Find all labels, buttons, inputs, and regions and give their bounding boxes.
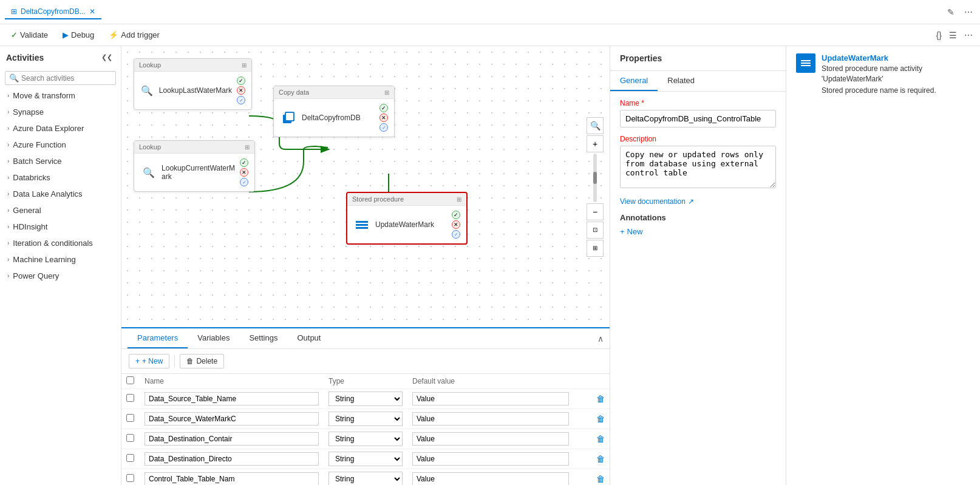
param-name-input[interactable]	[145, 472, 319, 485]
node-body-copy: DeltaCopyfromDB ✓ ✕ ✓	[274, 99, 394, 137]
param-type-select[interactable]: String Int Bool Array	[328, 412, 403, 426]
delete-row-button[interactable]: 🗑	[596, 394, 605, 404]
row-checkbox[interactable]	[126, 454, 134, 462]
tab-general[interactable]: General	[610, 71, 658, 91]
delete-row-button[interactable]: 🗑	[596, 414, 605, 424]
param-type-select[interactable]: String Int Bool Array	[328, 432, 403, 446]
tab-delta[interactable]: ⊞ DeltaCopyfromDB... ✕	[5, 5, 101, 19]
sidebar-item-hdinsight[interactable]: › HDInsight	[0, 219, 121, 235]
grid-view-btn[interactable]: ⊞	[587, 240, 604, 257]
param-name-input[interactable]	[145, 452, 319, 466]
annotations-section: Annotations + New	[620, 213, 776, 236]
node-stored-proc[interactable]: Stored procedure ⊞ UpdateWaterMark	[346, 192, 468, 245]
delete-row-button[interactable]: 🗑	[596, 474, 605, 484]
table-row: String Int Bool Array 🗑	[121, 469, 610, 486]
tab-settings[interactable]: Settings	[239, 328, 287, 348]
more-icon[interactable]: ⋯	[962, 5, 975, 19]
table-icon[interactable]: ☰	[947, 28, 959, 42]
sidebar-item-synapse[interactable]: › Synapse	[0, 104, 121, 120]
tab-parameters[interactable]: Parameters	[128, 328, 188, 348]
row-checkbox[interactable]	[126, 434, 134, 442]
sidebar-title: Activities	[6, 53, 44, 63]
row-checkbox[interactable]	[126, 474, 134, 482]
add-annotation-button[interactable]: + New	[620, 227, 643, 236]
node-title-lookup1: LookupLastWaterMark	[159, 86, 232, 95]
sidebar-item-label: Azure Function	[13, 140, 66, 149]
node-lookup2[interactable]: Lookup ⊞ 🔍 LookupCurrentWaterMark ✓ ✕ ✓	[134, 140, 255, 192]
sidebar-item-general[interactable]: › General	[0, 202, 121, 219]
node-header-icons: ⊞	[245, 144, 250, 151]
validate-button[interactable]: ✓ Validate	[5, 28, 54, 42]
node-header-stored: Stored procedure ⊞	[347, 193, 466, 206]
sidebar-item-move-transform[interactable]: › Move & transform	[0, 87, 121, 104]
param-name-input[interactable]	[145, 412, 319, 426]
sidebar-item-data-lake-analytics[interactable]: › Data Lake Analytics	[0, 186, 121, 202]
sidebar-item-power-query[interactable]: › Power Query	[0, 268, 121, 284]
top-bar-right: ✎ ⋯	[945, 5, 975, 19]
delete-row-button[interactable]: 🗑	[596, 454, 605, 464]
status-success: ✓	[237, 76, 245, 85]
param-type-select[interactable]: String Int Bool Array	[328, 452, 403, 466]
zoom-slider[interactable]	[593, 154, 597, 202]
status-skip2: ✓	[240, 178, 248, 186]
row-checkbox[interactable]	[126, 414, 134, 422]
chevron-icon: ›	[7, 273, 9, 279]
collapse-panel-btn[interactable]: ∧	[597, 334, 604, 344]
name-input[interactable]	[620, 110, 776, 127]
search-input[interactable]	[21, 74, 112, 83]
node-lookup1[interactable]: Lookup ⊞ 🔍 LookupLastWaterMark ✓ ✕ ✓	[134, 58, 252, 110]
edit-icon[interactable]: ✎	[945, 5, 957, 19]
tooltip-desc-line1: Stored procedure name activity 'UpdateWa…	[822, 64, 970, 84]
sidebar-item-iteration-conditionals[interactable]: › Iteration & conditionals	[0, 235, 121, 251]
param-value-input[interactable]	[412, 452, 569, 466]
chevron-icon: ›	[7, 191, 9, 197]
sidebar-item-label: Azure Data Explorer	[13, 124, 84, 133]
tab-variables[interactable]: Variables	[188, 328, 239, 348]
param-value-input[interactable]	[412, 392, 569, 405]
param-name-input[interactable]	[145, 392, 319, 405]
collapse-icon[interactable]: ❮❮	[99, 51, 115, 64]
add-trigger-button[interactable]: ⚡ Add trigger	[103, 28, 166, 42]
params-toolbar: + + New 🗑 Delete	[121, 349, 610, 374]
tab-output[interactable]: Output	[287, 328, 330, 348]
fit-page-btn[interactable]: ⊡	[587, 222, 604, 239]
code-icon[interactable]: {}	[934, 28, 944, 42]
col-value-header: Default value	[407, 374, 591, 389]
sidebar-item-azure-data-explorer[interactable]: › Azure Data Explorer	[0, 120, 121, 137]
sidebar-item-batch-service[interactable]: › Batch Service	[0, 153, 121, 169]
node-copy[interactable]: Copy data ⊞ DeltaCopyfromDB	[273, 86, 395, 137]
select-all-checkbox[interactable]	[126, 376, 134, 384]
param-value-input[interactable]	[412, 432, 569, 446]
more-options-icon[interactable]: ⋯	[962, 28, 975, 42]
sidebar-item-databricks[interactable]: › Databricks	[0, 169, 121, 186]
param-value-input[interactable]	[412, 472, 569, 485]
checkmark-icon: ✓	[11, 30, 18, 39]
param-type-select[interactable]: String Int Bool Array	[328, 472, 403, 485]
search-box[interactable]: 🔍	[5, 71, 116, 85]
chevron-icon: ›	[7, 174, 9, 181]
zoom-out-btn[interactable]: −	[587, 203, 604, 220]
chevron-icon: ›	[7, 158, 9, 164]
view-docs-link[interactable]: View documentation ↗	[620, 197, 776, 206]
status-skip: ✓	[237, 96, 245, 104]
properties-panel: Properties General Related Name * Descri…	[610, 46, 786, 485]
delete-row-button[interactable]: 🗑	[596, 434, 605, 444]
zoom-in-btn[interactable]: +	[587, 135, 604, 152]
debug-button[interactable]: ▶ Debug	[56, 28, 100, 42]
sidebar-items: › Move & transform › Synapse › Azure Dat…	[0, 87, 121, 485]
search-canvas-btn[interactable]: 🔍	[587, 117, 604, 134]
param-value-input[interactable]	[412, 412, 569, 426]
name-label: Name *	[620, 99, 776, 107]
description-textarea[interactable]: Copy new or updated rows only from datab…	[620, 146, 776, 188]
delete-param-button[interactable]: 🗑 Delete	[180, 354, 224, 368]
param-type-select[interactable]: String Int Bool Array	[328, 392, 403, 406]
row-checkbox[interactable]	[126, 394, 134, 402]
canvas[interactable]: Lookup ⊞ 🔍 LookupLastWaterMark ✓ ✕ ✓	[121, 46, 610, 327]
new-param-button[interactable]: + + New	[129, 354, 169, 368]
param-name-input[interactable]	[145, 432, 319, 446]
close-icon[interactable]: ✕	[89, 7, 95, 16]
sidebar-item-azure-function[interactable]: › Azure Function	[0, 137, 121, 153]
chevron-icon: ›	[7, 240, 9, 246]
tab-related[interactable]: Related	[658, 71, 704, 91]
sidebar-item-machine-learning[interactable]: › Machine Learning	[0, 251, 121, 268]
